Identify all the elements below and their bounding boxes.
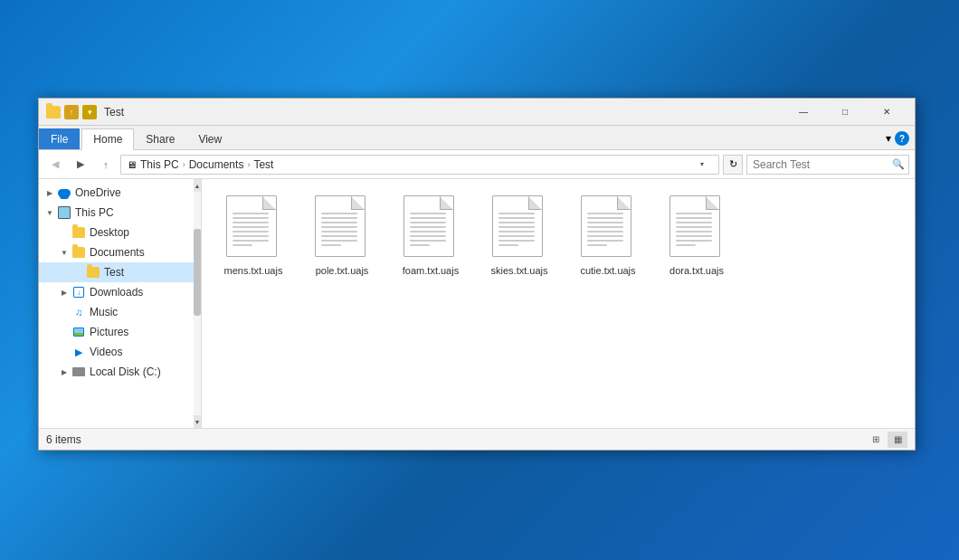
items-count: 6 items [46,433,81,446]
chevron-down-icon: ▾ [886,132,891,145]
minimize-button[interactable]: — [783,99,824,126]
view-buttons: ⊞ ▦ [866,432,907,448]
window-title: Test [104,106,783,119]
sidebar-item-downloads[interactable]: ▶ ↓ Downloads [39,282,201,302]
file-item[interactable]: mens.txt.uajs [213,190,294,282]
path-chevron-2: › [247,160,250,169]
sidebar-scrollbar-thumb[interactable] [194,229,201,316]
window-controls: — □ ✕ [783,99,907,126]
file-name: dora.txt.uajs [669,264,724,277]
file-item[interactable]: dora.txt.uajs [656,190,737,282]
file-item[interactable]: cutie.txt.uajs [567,190,649,282]
path-item-thispc[interactable]: This PC [140,158,179,171]
tab-file[interactable]: File [39,128,80,149]
desktop: ↑ ▾ Test — □ ✕ File Home Share View ▾ ? [0,0,959,560]
doc-icon [492,195,543,257]
path-chevron-1: › [183,160,185,169]
videos-label: Videos [90,346,122,358]
sidebar-scrollbar[interactable]: ▲ ▼ [194,179,201,428]
doc-lines [498,213,535,249]
expand-icon-downloads: ▶ [57,285,71,299]
details-view-button[interactable]: ⊞ [866,432,886,448]
doc-lines [321,213,357,249]
file-icon [581,195,635,261]
sidebar-item-videos[interactable]: ▶ ▶ Videos [39,342,201,362]
path-item-test[interactable]: Test [253,158,273,171]
documents-folder-icon [71,245,86,260]
back-button[interactable]: ◀ [44,155,66,175]
doc-icon [226,195,277,257]
sidebar-item-desktop[interactable]: ▶ Desktop [39,223,201,242]
test-label: Test [104,266,124,279]
documents-label: Documents [90,246,145,259]
doc-icon [315,195,366,257]
downloads-icon: ↓ [71,285,86,299]
address-bar: ◀ ▶ ↑ 🖥 This PC › Documents › Test ▾ ↻ 🔍 [39,150,915,179]
tab-view[interactable]: View [186,128,233,149]
icon-view-button[interactable]: ▦ [888,432,907,448]
drive-icon [71,365,86,379]
file-name: mens.txt.uajs [224,264,283,277]
thispc-label: This PC [75,206,114,219]
doc-lines [410,213,446,249]
expand-icon-pictures: ▶ [57,325,71,339]
ribbon-chevron[interactable]: ▾ ? [880,128,915,149]
sidebar-item-localdisk[interactable]: ▶ Local Disk (C:) [39,362,201,382]
file-item[interactable]: pole.txt.uajs [301,190,383,282]
sidebar-item-thispc[interactable]: ▼ This PC [39,203,201,223]
tab-home[interactable]: Home [81,128,134,150]
help-icon[interactable]: ? [895,131,909,146]
computer-icon [57,205,71,220]
scrollbar-down-arrow[interactable]: ▼ [194,415,201,428]
expand-icon-videos: ▶ [57,345,71,359]
file-area: mens.txt.uajs pole.txt.uajs foam.txt.uaj… [202,179,915,428]
status-bar: 6 items ⊞ ▦ [39,428,915,450]
doc-icon [581,195,631,257]
doc-icon [404,195,454,257]
expand-icon-test: ▶ [71,265,86,280]
scrollbar-up-arrow[interactable]: ▲ [194,179,201,192]
sidebar-item-test[interactable]: ▶ Test [39,262,201,282]
maximize-button[interactable]: □ [824,99,866,126]
close-button[interactable]: ✕ [866,99,907,126]
sidebar-item-music[interactable]: ▶ ♫ Music [39,302,201,322]
doc-lines [676,213,712,249]
tab-share[interactable]: Share [134,128,186,149]
quick-access-btn-2[interactable]: ▾ [82,105,97,119]
file-name: foam.txt.uajs [403,264,459,277]
expand-icon-desktop: ▶ [57,225,71,240]
sidebar-item-pictures[interactable]: ▶ Pictures [39,322,201,342]
localdisk-label: Local Disk (C:) [90,365,161,378]
sidebar-item-onedrive[interactable]: ▶ OneDrive [39,183,201,203]
expand-icon-music: ▶ [57,305,71,319]
music-icon: ♫ [71,305,86,319]
path-item-documents[interactable]: Documents [189,158,244,171]
forward-button[interactable]: ▶ [70,155,91,175]
file-icon [492,195,546,261]
file-item[interactable]: foam.txt.uajs [390,190,471,282]
title-bar-icons: ↑ ▾ [46,105,97,119]
onedrive-label: OneDrive [75,186,121,199]
pictures-label: Pictures [90,326,128,338]
file-icon [226,195,280,261]
expand-icon-documents: ▼ [57,245,71,260]
file-item[interactable]: skies.txt.uajs [479,190,560,282]
search-icon[interactable]: 🔍 [892,158,905,170]
refresh-button[interactable]: ↻ [723,155,743,175]
doc-icon [669,195,720,257]
path-computer-icon: 🖥 [127,159,137,170]
sidebar: ▶ OneDrive ▼ This PC ▶ [39,179,202,428]
title-bar: ↑ ▾ Test — □ ✕ [39,99,915,126]
doc-lines [233,213,269,249]
search-input[interactable] [753,158,888,171]
desktop-folder-icon [71,225,86,240]
sidebar-item-documents[interactable]: ▼ Documents [39,242,201,262]
ribbon-tabs: File Home Share View ▾ ? [39,126,915,149]
doc-lines [587,213,623,249]
up-button[interactable]: ↑ [95,155,117,175]
address-path[interactable]: 🖥 This PC › Documents › Test ▾ [120,155,719,175]
videos-icon: ▶ [71,345,86,359]
ribbon: File Home Share View ▾ ? [39,126,915,150]
path-dropdown-btn[interactable]: ▾ [691,155,713,175]
quick-access-btn-1[interactable]: ↑ [64,105,79,119]
